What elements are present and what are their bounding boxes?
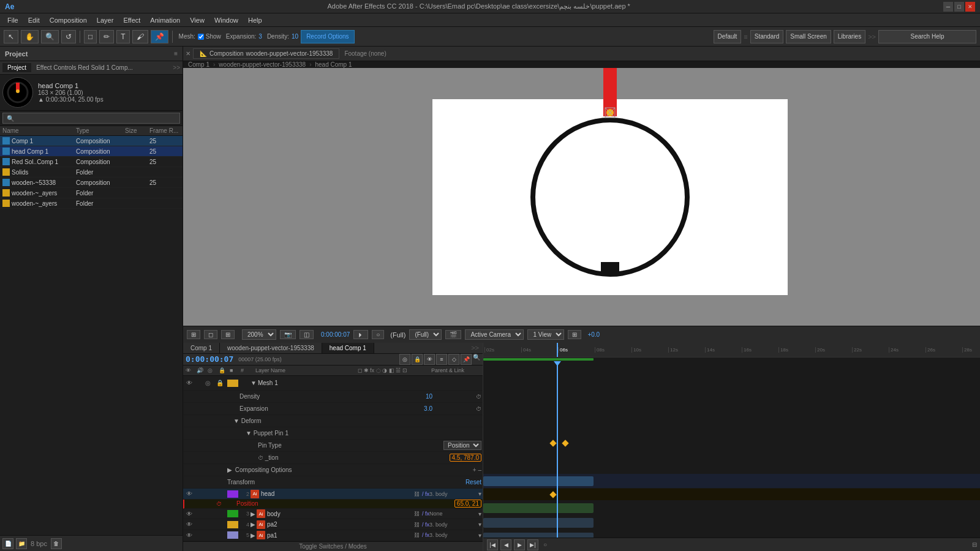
puppet-pin-handle[interactable] (604, 107, 616, 119)
body-fx[interactable]: / fx (422, 511, 429, 517)
new-item-button[interactable]: 📄 (2, 538, 13, 549)
pa1-parent-arrow[interactable]: ▾ (478, 532, 481, 539)
head-parent-arrow[interactable]: ▾ (478, 490, 481, 497)
prev-frame-btn[interactable]: ◀ (500, 539, 511, 550)
stopwatch-icon[interactable]: ⏱ (258, 455, 263, 461)
expand-arrow[interactable]: ▼ (251, 380, 257, 386)
view-mode-dropdown[interactable]: (Full) (409, 329, 442, 340)
libraries-button[interactable]: Libraries (834, 30, 865, 43)
menu-file[interactable]: File (2, 15, 23, 25)
menu-composition[interactable]: Composition (45, 15, 92, 25)
minimize-button[interactable]: ─ (943, 2, 953, 12)
timeline-tab-comp1[interactable]: Comp 1 (183, 343, 220, 353)
list-item[interactable]: wooden-~53338 Composition 25 (0, 178, 183, 188)
play-btn[interactable]: ▶ (514, 539, 525, 550)
go-start-btn[interactable]: |◀ (487, 539, 498, 550)
head-fx[interactable]: / fx (422, 491, 429, 497)
toggle-label[interactable]: Toggle Switches / Modes (299, 543, 367, 550)
layer-4-pa2[interactable]: 👁 4 ▶ Ai pa2 ⛓ / fx 3. body ▾ (183, 519, 483, 530)
comp-viewer-tab[interactable]: 📐 Composition wooden-puppet-vector-19533… (193, 48, 339, 59)
body-expand[interactable]: ▶ (251, 511, 255, 517)
expansion-keyframe[interactable]: ⏱ (457, 406, 481, 412)
menu-effect[interactable]: Effect (118, 15, 145, 25)
viewer-render-btn[interactable]: ◻ (204, 330, 217, 339)
head-position-value[interactable]: 65.0, 21 (454, 500, 481, 508)
visibility-toggle[interactable]: 👁 (184, 380, 194, 386)
next-frame-btn[interactable]: ▶| (527, 539, 538, 550)
viewer-toggle-btn[interactable]: ○ (372, 330, 384, 339)
menu-layer[interactable]: Layer (92, 15, 119, 25)
show-checkbox[interactable] (198, 34, 204, 40)
zoom-tool[interactable]: 🔍 (41, 30, 59, 43)
viewer-cam-btn[interactable]: 📷 (280, 330, 296, 339)
density-keyframe[interactable]: ⏱ (457, 394, 481, 400)
pa1-fx[interactable]: / fx (422, 532, 429, 538)
tl-pin-btn[interactable]: 📌 (461, 354, 472, 365)
menu-animation[interactable]: Animation (145, 15, 185, 25)
viewer-safe-btn[interactable]: ◫ (300, 330, 314, 339)
layer-3-body[interactable]: 👁 3 ▶ Ai body ⛓ / fx None ▾ (183, 509, 483, 520)
menu-view[interactable]: View (185, 15, 209, 25)
delete-item-button[interactable]: 🗑 (51, 538, 62, 549)
rect-tool[interactable]: □ (84, 30, 97, 43)
head-position-stopwatch[interactable]: ⏱ (216, 501, 224, 507)
layer-5-pa1[interactable]: 👁 5 ▶ Ai pa1 ⛓ / fx 3. body ▾ (183, 530, 483, 541)
standard-workspace[interactable]: Standard (750, 30, 784, 43)
hand-tool[interactable]: ✋ (21, 30, 39, 43)
brush-tool[interactable]: 🖌 (132, 30, 148, 43)
tl-solo-btn[interactable]: ◎ (399, 354, 410, 365)
viewer-extra-btn[interactable]: ⊞ (568, 330, 581, 339)
expand-tabs[interactable]: >> (467, 344, 483, 351)
timeline-tab-puppet[interactable]: wooden-puppet-vector-1953338 (220, 343, 322, 353)
tl-options-btn[interactable]: ≡ (436, 354, 447, 365)
compositing-add[interactable]: + – (473, 467, 481, 473)
viewer-snap-btn[interactable]: ⊞ (187, 330, 200, 339)
tl-lock-btn[interactable]: 🔒 (412, 354, 423, 365)
text-tool[interactable]: T (116, 30, 129, 43)
timeline-tab-head[interactable]: head Comp 1 (322, 343, 374, 353)
selection-tool[interactable]: ↖ (4, 30, 18, 43)
pa2-parent-arrow[interactable]: ▾ (478, 521, 481, 528)
zoom-dropdown[interactable]: 200% (242, 329, 276, 340)
project-panel-expand[interactable]: >> (173, 64, 180, 71)
position-keyframe[interactable] (549, 440, 556, 446)
breadcrumb-item-3[interactable]: head Comp 1 (315, 61, 352, 68)
position-mesh-value[interactable]: 4.5, 787.0 (450, 454, 481, 462)
head-pos-kf1[interactable] (549, 491, 556, 498)
solo-toggle[interactable]: ◎ (205, 380, 216, 386)
tl-motion-btn[interactable]: ◇ (448, 354, 459, 365)
list-item[interactable]: Solids Folder (0, 167, 183, 178)
pa1-vis[interactable]: 👁 (184, 532, 194, 539)
lock-toggle[interactable]: 🔒 (216, 380, 227, 386)
list-item[interactable]: head Comp 1 Composition 25 (0, 146, 183, 157)
maximize-button[interactable]: □ (954, 2, 964, 12)
body-vis[interactable]: 👁 (184, 511, 194, 517)
pa2-fx[interactable]: / fx (422, 522, 429, 528)
new-folder-button[interactable]: 📁 (16, 538, 27, 549)
views-dropdown[interactable]: 1 View (527, 329, 564, 340)
project-search-input[interactable] (2, 113, 180, 124)
breadcrumb-item-2[interactable]: wooden-puppet-vector-1953338 (219, 61, 306, 68)
pa1-expand[interactable]: ▶ (251, 532, 255, 539)
tl-search-icon[interactable]: 🔍 (473, 354, 480, 365)
list-item[interactable]: wooden-~_ayers Folder (0, 198, 183, 209)
menu-edit[interactable]: Edit (23, 15, 45, 25)
position-keyframe-2[interactable] (562, 440, 568, 446)
menu-window[interactable]: Window (209, 15, 243, 25)
viewer-play-btn[interactable]: ⏵ (353, 330, 368, 339)
list-item[interactable]: Comp 1 Composition 25 (0, 136, 183, 146)
expansion-value[interactable]: 3.0 (424, 405, 457, 412)
body-parent-arrow[interactable]: ▾ (478, 511, 481, 517)
project-panel-menu[interactable]: ≡ (174, 50, 178, 57)
project-tab[interactable]: Project (2, 63, 31, 72)
reset-button[interactable]: Reset (466, 479, 481, 485)
pa2-vis[interactable]: 👁 (184, 521, 194, 528)
close-button[interactable]: ✕ (965, 2, 975, 12)
pen-tool[interactable]: ✏ (99, 30, 114, 43)
camera-dropdown[interactable]: Active Camera (465, 329, 524, 340)
layer-2-head[interactable]: 👁 2 Ai head ⛓ / fx 3. body ▾ (183, 489, 483, 500)
mesh-layer-row[interactable]: 👁 ◎ 🔒 ▼ Mesh 1 (183, 376, 483, 391)
menu-help[interactable]: Help (243, 15, 267, 25)
rotation-tool[interactable]: ↺ (61, 30, 76, 43)
density-value[interactable]: 10 (426, 393, 457, 400)
